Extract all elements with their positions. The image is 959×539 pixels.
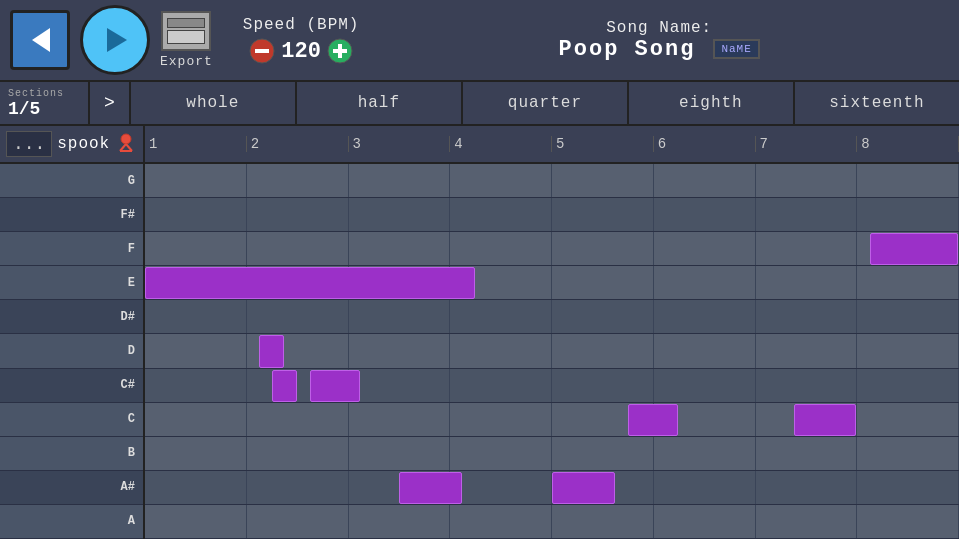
cell[interactable] — [145, 471, 247, 504]
play-button[interactable] — [80, 5, 150, 75]
cell[interactable] — [756, 369, 858, 402]
cell[interactable] — [145, 232, 247, 265]
cell[interactable] — [654, 232, 756, 265]
Asharp-note-2[interactable] — [552, 472, 615, 504]
cell[interactable] — [450, 369, 552, 402]
cell[interactable] — [247, 403, 349, 436]
cell[interactable] — [145, 437, 247, 470]
Csharp-note-1[interactable] — [272, 370, 296, 402]
cell[interactable] — [145, 164, 247, 197]
cell[interactable] — [349, 369, 451, 402]
cell[interactable] — [552, 300, 654, 333]
note-type-sixteenth[interactable]: sixteenth — [795, 82, 959, 124]
cell[interactable] — [247, 505, 349, 538]
cell[interactable] — [349, 164, 451, 197]
cell[interactable] — [857, 471, 959, 504]
Asharp-note-1[interactable] — [399, 472, 462, 504]
cell[interactable] — [145, 403, 247, 436]
cell[interactable] — [552, 232, 654, 265]
cell[interactable] — [450, 334, 552, 367]
cell[interactable] — [756, 266, 858, 299]
cell[interactable] — [552, 369, 654, 402]
grid-row-G[interactable] — [145, 164, 959, 198]
grid-row-F[interactable] — [145, 232, 959, 266]
cell[interactable] — [552, 198, 654, 231]
cell[interactable] — [654, 505, 756, 538]
note-grid[interactable] — [145, 164, 959, 539]
menu-button[interactable]: ... — [6, 131, 52, 157]
cell[interactable] — [145, 334, 247, 367]
cell[interactable] — [247, 437, 349, 470]
note-type-half[interactable]: half — [297, 82, 463, 124]
back-button[interactable] — [10, 10, 70, 70]
cell[interactable] — [349, 505, 451, 538]
cell[interactable] — [857, 300, 959, 333]
cell[interactable] — [654, 164, 756, 197]
cell[interactable] — [857, 164, 959, 197]
cell[interactable] — [247, 300, 349, 333]
cell[interactable] — [450, 471, 552, 504]
cell[interactable] — [349, 300, 451, 333]
cell[interactable] — [349, 403, 451, 436]
cell[interactable] — [857, 369, 959, 402]
cell[interactable] — [450, 403, 552, 436]
Csharp-note-2[interactable] — [310, 370, 360, 402]
sections-next-button[interactable]: > — [90, 82, 131, 124]
note-type-whole[interactable]: whole — [131, 82, 297, 124]
cell[interactable] — [450, 300, 552, 333]
cell[interactable] — [552, 505, 654, 538]
cell[interactable] — [857, 266, 959, 299]
cell[interactable] — [654, 437, 756, 470]
cell[interactable] — [654, 198, 756, 231]
cell[interactable] — [247, 198, 349, 231]
C-note-1[interactable] — [628, 404, 678, 436]
cell[interactable] — [247, 232, 349, 265]
cell[interactable] — [756, 164, 858, 197]
cell[interactable] — [552, 437, 654, 470]
cell[interactable] — [857, 198, 959, 231]
export-button[interactable]: Export — [160, 11, 213, 69]
cell[interactable] — [756, 334, 858, 367]
rename-button[interactable]: NaME — [713, 39, 759, 59]
F-note[interactable] — [870, 233, 958, 265]
cell[interactable] — [654, 266, 756, 299]
cell[interactable] — [654, 471, 756, 504]
cell[interactable] — [450, 198, 552, 231]
cell[interactable] — [654, 369, 756, 402]
E-note[interactable] — [145, 267, 475, 299]
cell[interactable] — [349, 198, 451, 231]
cell[interactable] — [857, 334, 959, 367]
cell[interactable] — [247, 471, 349, 504]
cell[interactable] — [756, 232, 858, 265]
cell[interactable] — [756, 471, 858, 504]
cell[interactable] — [857, 505, 959, 538]
cell[interactable] — [349, 232, 451, 265]
cell[interactable] — [756, 437, 858, 470]
cell[interactable] — [654, 334, 756, 367]
cell[interactable] — [450, 232, 552, 265]
cell[interactable] — [145, 198, 247, 231]
cell[interactable] — [756, 300, 858, 333]
grid-row-A[interactable] — [145, 505, 959, 539]
note-type-quarter[interactable]: quarter — [463, 82, 629, 124]
increase-bpm-button[interactable] — [327, 38, 353, 64]
note-type-eighth[interactable]: eighth — [629, 82, 795, 124]
cell[interactable] — [145, 300, 247, 333]
grid-row-Dsharp[interactable] — [145, 300, 959, 334]
cell[interactable] — [145, 505, 247, 538]
decrease-bpm-button[interactable] — [249, 38, 275, 64]
cell[interactable] — [552, 164, 654, 197]
cell[interactable] — [247, 164, 349, 197]
cell[interactable] — [756, 198, 858, 231]
D-note[interactable] — [259, 335, 283, 367]
C-note-2[interactable] — [794, 404, 857, 436]
cell[interactable] — [756, 505, 858, 538]
cell[interactable] — [450, 437, 552, 470]
grid-row-Fsharp[interactable] — [145, 198, 959, 232]
edit-icon[interactable] — [115, 131, 137, 158]
cell[interactable] — [349, 334, 451, 367]
grid-row-B[interactable] — [145, 437, 959, 471]
cell[interactable] — [857, 437, 959, 470]
cell[interactable] — [145, 369, 247, 402]
cell[interactable] — [552, 266, 654, 299]
